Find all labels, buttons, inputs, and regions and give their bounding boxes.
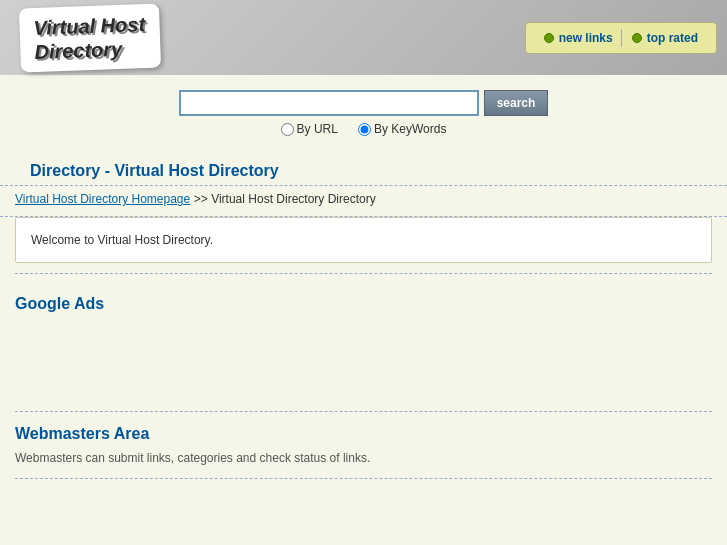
top-rated-dot [632, 33, 642, 43]
search-button[interactable]: search [484, 90, 549, 116]
webmasters-desc: Webmasters can submit links, categories … [0, 448, 727, 473]
google-ads-section: Google Ads [0, 279, 727, 406]
section-divider-2 [15, 411, 712, 412]
google-ads-title: Google Ads [15, 287, 712, 318]
google-ads-content [15, 318, 712, 398]
webmasters-section: Webmasters Area Webmasters can submit li… [0, 417, 727, 473]
radio-url[interactable] [281, 123, 294, 136]
breadcrumb-link[interactable]: Virtual Host Directory Homepage [15, 192, 190, 206]
radio-url-label[interactable]: By URL [281, 122, 338, 136]
radio-keywords[interactable] [358, 123, 371, 136]
top-rated-button[interactable]: top rated [624, 29, 706, 47]
nav-buttons: new links top rated [525, 22, 717, 54]
logo-text: Virtual Host Directory [33, 12, 146, 64]
new-links-button[interactable]: new links [536, 29, 622, 47]
logo: Virtual Host Directory [19, 3, 161, 72]
search-section: search By URL By KeyWords [0, 75, 727, 146]
search-input[interactable] [179, 90, 479, 116]
breadcrumb-separator: >> Virtual Host Directory Directory [194, 192, 376, 206]
header: Virtual Host Directory new links top rat… [0, 0, 727, 75]
radio-keywords-label[interactable]: By KeyWords [358, 122, 446, 136]
welcome-box: Welcome to Virtual Host Directory. [15, 217, 712, 263]
directory-title-section: Directory - Virtual Host Directory [0, 146, 727, 186]
main-content: search By URL By KeyWords Directory - Vi… [0, 75, 727, 545]
section-divider-3 [15, 478, 712, 479]
webmasters-title: Webmasters Area [0, 417, 727, 448]
directory-title: Directory - Virtual Host Directory [15, 154, 712, 185]
breadcrumb-section: Virtual Host Directory Homepage >> Virtu… [0, 186, 727, 217]
new-links-dot [544, 33, 554, 43]
radio-row: By URL By KeyWords [281, 122, 447, 136]
search-row: search [179, 90, 549, 116]
section-divider-1 [15, 273, 712, 274]
